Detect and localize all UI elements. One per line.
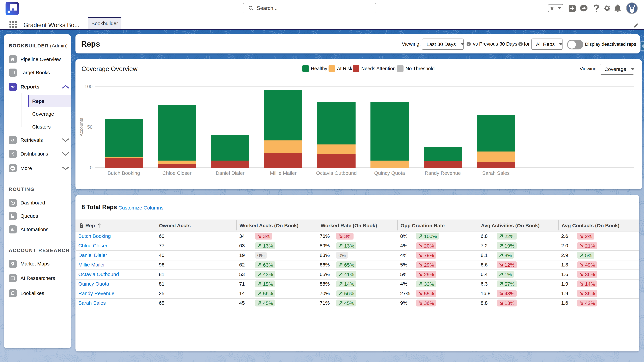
svg-text:Millie Mailer: Millie Mailer — [270, 170, 296, 176]
svg-text:Octavia Outbound: Octavia Outbound — [316, 170, 357, 176]
svg-text:Butch Booking: Butch Booking — [108, 170, 140, 176]
svg-text:100: 100 — [84, 84, 92, 89]
svg-text:Chloe Closer: Chloe Closer — [162, 170, 191, 176]
svg-text:50: 50 — [87, 124, 92, 130]
svg-text:Accounts: Accounts — [79, 118, 84, 136]
svg-text:Sarah Sales: Sarah Sales — [482, 170, 510, 176]
svg-text:Daniel Dialer: Daniel Dialer — [216, 170, 244, 176]
svg-text:Quincy Quota: Quincy Quota — [374, 170, 405, 176]
svg-text:Randy Revenue: Randy Revenue — [425, 170, 461, 176]
svg-text:0: 0 — [90, 165, 92, 170]
